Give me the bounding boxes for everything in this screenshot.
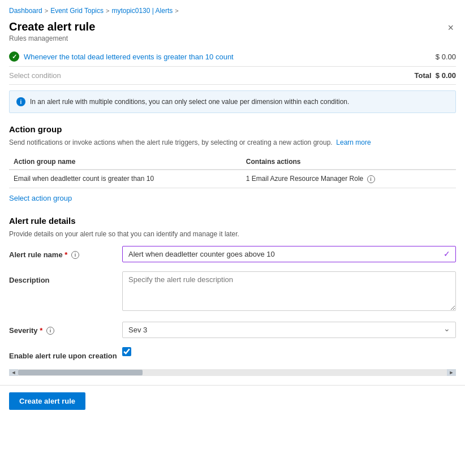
action-group-title: Action group: [9, 124, 456, 134]
action-group-section: Action group Send notifications or invok…: [9, 124, 456, 202]
alert-rule-name-row: Alert rule name * i ✓: [9, 246, 456, 262]
name-input-wrapper: ✓: [122, 246, 456, 262]
description-textarea[interactable]: [122, 271, 456, 311]
total-cost: $ 0.00: [436, 71, 456, 80]
condition-check-icon: [9, 51, 19, 62]
enable-alert-checkbox[interactable]: [122, 347, 131, 356]
scroll-left-arrow[interactable]: ◄: [9, 369, 18, 376]
page-title: Create alert rule: [9, 20, 95, 33]
info-icon: i: [16, 97, 25, 106]
action-group-desc: Send notifications or invoke actions whe…: [9, 137, 456, 148]
enable-label-text: Enable alert rule upon creation: [9, 352, 117, 360]
enable-alert-control: [122, 347, 456, 356]
condition-left: Whenever the total dead lettered events …: [9, 51, 234, 62]
page-subtitle: Rules management: [9, 34, 95, 42]
action-group-desc-text: Send notifications or invoke actions whe…: [9, 139, 333, 146]
select-condition-row: Select condition Total $ 0.00: [9, 67, 456, 85]
description-label-text: Description: [9, 276, 50, 284]
name-checkmark-icon: ✓: [444, 249, 450, 258]
horizontal-scrollbar[interactable]: ◄ ►: [9, 369, 456, 376]
panel: Dashboard > Event Grid Topics > mytopic0…: [0, 0, 465, 476]
name-info-icon[interactable]: i: [71, 251, 79, 259]
alert-rule-name-label: Alert rule name * i: [9, 246, 122, 259]
learn-more-link[interactable]: Learn more: [336, 139, 371, 146]
breadcrumb-sep-3: >: [175, 7, 178, 14]
breadcrumb: Dashboard > Event Grid Topics > mytopic0…: [0, 0, 465, 18]
enable-alert-row: Enable alert rule upon creation: [9, 347, 456, 360]
create-alert-rule-button[interactable]: Create alert rule: [9, 392, 85, 410]
condition-cost: $ 0.00: [436, 53, 456, 61]
main-content: Whenever the total dead lettered events …: [0, 47, 465, 376]
action-group-name: Email when deadletter count is greater t…: [9, 170, 242, 188]
breadcrumb-sep-2: >: [106, 7, 109, 14]
total-label: Total: [415, 71, 432, 80]
breadcrumb-sep-1: >: [45, 7, 48, 14]
severity-control: Sev 0 Sev 1 Sev 2 Sev 3 Sev 4: [122, 322, 456, 338]
condition-total: Total $ 0.00: [415, 71, 456, 80]
select-condition-placeholder: Select condition: [9, 71, 61, 80]
close-button[interactable]: ×: [445, 20, 456, 35]
condition-row: Whenever the total dead lettered events …: [9, 47, 456, 67]
name-label-text: Alert rule name: [9, 250, 63, 259]
header: Create alert rule Rules management ×: [0, 18, 465, 47]
breadcrumb-alerts[interactable]: mytopic0130 | Alerts: [111, 7, 173, 15]
name-required-marker: *: [64, 250, 67, 259]
table-row: Email when deadletter count is greater t…: [9, 170, 456, 188]
breadcrumb-dashboard[interactable]: Dashboard: [9, 7, 42, 15]
actions-info-icon[interactable]: i: [367, 175, 375, 183]
scroll-right-arrow[interactable]: ►: [447, 369, 456, 376]
action-group-table: Action group name Contains actions Email…: [9, 154, 456, 188]
severity-row: Severity * i Sev 0 Sev 1 Sev 2 Sev 3 Sev…: [9, 322, 456, 338]
severity-label-text: Severity: [9, 326, 38, 335]
alert-rule-name-input[interactable]: [122, 246, 456, 262]
severity-label: Severity * i: [9, 322, 122, 335]
info-text: In an alert rule with multiple condition…: [30, 97, 349, 107]
col-header-name: Action group name: [9, 154, 242, 170]
severity-info-icon[interactable]: i: [46, 327, 54, 335]
col-header-actions: Contains actions: [242, 154, 456, 170]
severity-select[interactable]: Sev 0 Sev 1 Sev 2 Sev 3 Sev 4: [122, 322, 456, 338]
alert-rule-details-desc: Provide details on your alert rule so th…: [9, 229, 456, 239]
scrollbar-thumb[interactable]: [18, 370, 143, 375]
footer: Create alert rule: [0, 385, 465, 417]
description-control: [122, 271, 456, 313]
action-group-actions: 1 Email Azure Resource Manager Role i: [242, 170, 456, 188]
severity-select-wrapper: Sev 0 Sev 1 Sev 2 Sev 3 Sev 4: [122, 322, 456, 338]
description-label: Description: [9, 271, 122, 284]
description-row: Description: [9, 271, 456, 313]
breadcrumb-event-grid[interactable]: Event Grid Topics: [50, 7, 104, 15]
alert-rule-details-title: Alert rule details: [9, 216, 456, 226]
info-banner: i In an alert rule with multiple conditi…: [9, 90, 456, 113]
enable-alert-label: Enable alert rule upon creation: [9, 347, 122, 360]
severity-required-marker: *: [40, 326, 42, 335]
condition-link[interactable]: Whenever the total dead lettered events …: [24, 53, 234, 61]
alert-rule-name-control: ✓: [122, 246, 456, 262]
select-action-group-link[interactable]: Select action group: [9, 194, 72, 202]
action-group-actions-text: 1 Email Azure Resource Manager Role: [246, 175, 363, 183]
alert-rule-details-section: Alert rule details Provide details on yo…: [9, 216, 456, 360]
